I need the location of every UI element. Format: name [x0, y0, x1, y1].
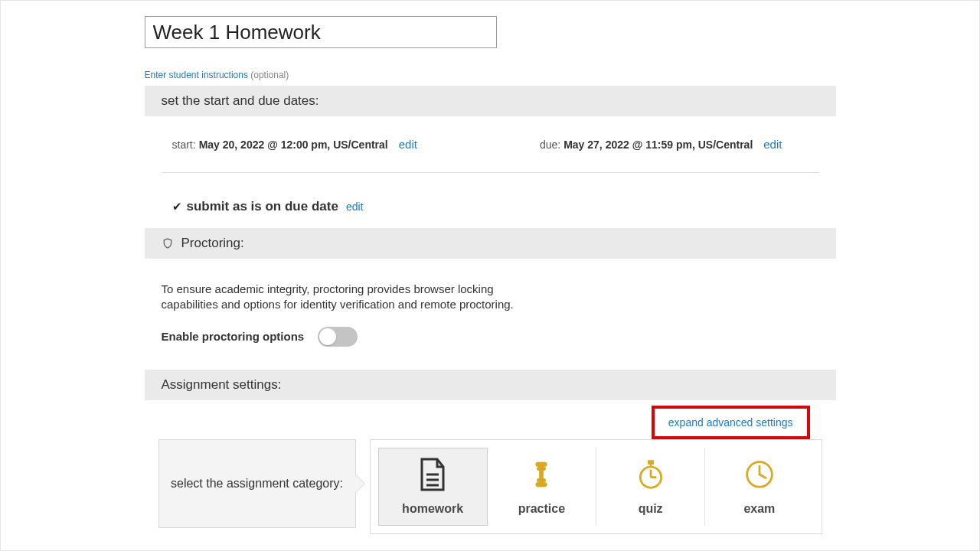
category-exam-label: exam — [743, 502, 775, 516]
proctoring-toggle-row: Enable proctoring options — [145, 313, 836, 370]
checkmark-icon: ✔ — [172, 200, 182, 214]
due-date-block: due: May 27, 2022 @ 11:59 pm, US/Central… — [540, 138, 782, 151]
svg-rect-7 — [537, 478, 546, 481]
due-date-label: due: — [540, 139, 560, 151]
category-quiz[interactable]: quiz — [596, 448, 705, 526]
dumbbell-icon — [524, 458, 558, 491]
shield-icon — [162, 237, 174, 249]
toggle-knob — [319, 328, 336, 345]
start-date-label: start: — [172, 139, 196, 151]
category-homework[interactable]: homework — [378, 448, 488, 526]
category-row: select the assignment category: homework — [145, 439, 836, 534]
assignment-title-input[interactable] — [145, 16, 497, 48]
category-exam[interactable]: exam — [705, 448, 813, 526]
svg-line-15 — [760, 474, 766, 478]
student-instructions-link[interactable]: Enter student instructions — [145, 70, 248, 80]
clock-icon — [743, 458, 776, 491]
assignment-config-page: Enter student instructions (optional) se… — [145, 1, 836, 551]
instructions-row: Enter student instructions (optional) — [145, 70, 836, 80]
start-date-value: May 20, 2022 @ 12:00 pm, US/Central — [199, 139, 388, 151]
due-date-edit-link[interactable]: edit — [763, 138, 782, 151]
svg-rect-6 — [537, 467, 546, 470]
svg-rect-5 — [536, 482, 547, 487]
assignment-settings-header: Assignment settings: — [145, 370, 836, 400]
stopwatch-icon — [634, 458, 668, 491]
category-practice-label: practice — [518, 502, 565, 516]
submit-row: ✔ submit as is on due date edit — [145, 173, 836, 228]
proctoring-toggle-label: Enable proctoring options — [162, 330, 305, 343]
due-date-value: May 27, 2022 @ 11:59 pm, US/Central — [564, 139, 753, 151]
document-icon — [416, 458, 449, 491]
category-label-box: select the assignment category: — [158, 439, 356, 528]
instructions-optional-label: (optional) — [250, 70, 289, 80]
svg-rect-4 — [536, 462, 547, 467]
submit-as-is-edit-link[interactable]: edit — [346, 201, 364, 213]
category-practice[interactable]: practice — [488, 448, 596, 526]
start-date-edit-link[interactable]: edit — [399, 138, 417, 151]
submit-as-is-text: submit as is on due date — [187, 199, 338, 214]
proctoring-toggle[interactable] — [318, 327, 358, 347]
expand-advanced-settings-link[interactable]: expand advanced settings — [652, 406, 810, 439]
category-label: select the assignment category: — [171, 477, 343, 491]
start-date-block: start: May 20, 2022 @ 12:00 pm, US/Centr… — [172, 138, 417, 151]
category-homework-label: homework — [402, 502, 463, 516]
category-options: homework practice — [370, 439, 822, 534]
dates-row: start: May 20, 2022 @ 12:00 pm, US/Centr… — [145, 116, 836, 172]
category-quiz-label: quiz — [639, 502, 663, 516]
svg-rect-9 — [648, 460, 653, 464]
proctoring-header-text: Proctoring: — [181, 236, 244, 251]
advanced-settings-row: expand advanced settings — [145, 406, 836, 439]
proctoring-description: To ensure academic integrity, proctoring… — [145, 259, 543, 313]
proctoring-section-header: Proctoring: — [145, 228, 836, 259]
dates-section-header: set the start and due dates: — [145, 86, 836, 116]
